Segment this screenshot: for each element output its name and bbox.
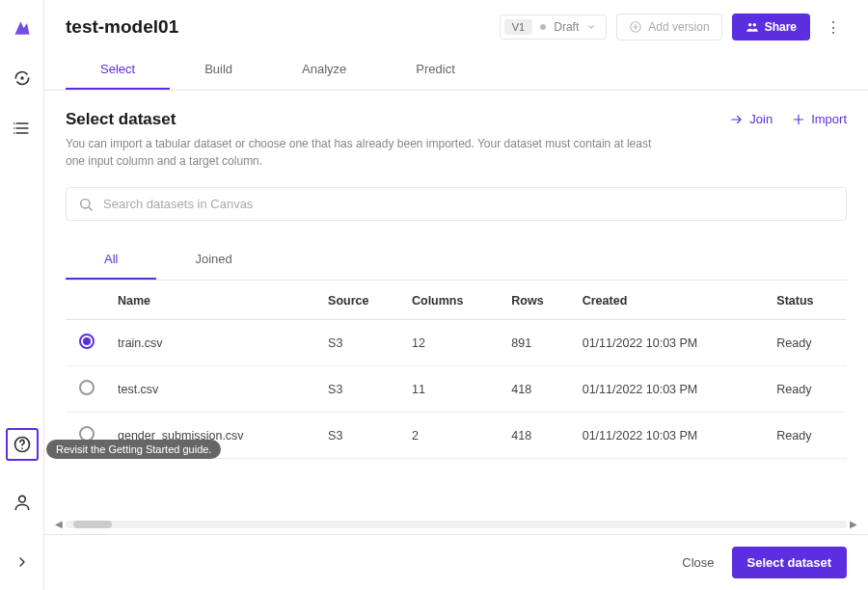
cell-status: Ready — [769, 320, 847, 366]
cell-columns: 11 — [404, 366, 503, 413]
row-radio[interactable] — [79, 334, 95, 349]
row-radio[interactable] — [79, 380, 95, 395]
cell-name: test.csv — [110, 366, 320, 413]
cell-source: S3 — [320, 320, 404, 366]
dataset-filter-tabs: All Joined — [66, 242, 847, 281]
help-icon[interactable] — [6, 428, 39, 461]
filter-tab-joined[interactable]: Joined — [156, 242, 270, 280]
col-name: Name — [110, 281, 320, 320]
search-box[interactable] — [66, 187, 847, 221]
add-version-button[interactable]: Add version — [616, 13, 721, 40]
svg-point-1 — [13, 122, 14, 124]
list-icon[interactable] — [12, 118, 33, 139]
cell-name: train.csv — [110, 320, 320, 366]
svg-point-10 — [81, 199, 90, 207]
svg-point-3 — [13, 132, 14, 134]
left-sidebar: Revisit the Getting Started guide. — [0, 0, 44, 590]
col-rows: Rows — [503, 281, 574, 320]
share-button[interactable]: Share — [732, 13, 810, 40]
table-row[interactable]: test.csv S3 11 418 01/11/2022 10:03 PM R… — [66, 366, 847, 413]
svg-point-9 — [752, 23, 756, 27]
people-icon — [746, 20, 759, 34]
header-bar: test-model01 V1 Draft Add version Share … — [44, 0, 868, 52]
horizontal-scrollbar[interactable]: ◀ ▶ — [66, 521, 847, 528]
status-dot-icon — [540, 24, 546, 30]
refresh-icon[interactable] — [12, 67, 33, 89]
version-badge: V1 — [504, 19, 532, 35]
scroll-left-icon[interactable]: ◀ — [55, 519, 63, 529]
expand-sidebar-icon[interactable] — [12, 551, 33, 573]
join-label: Join — [749, 112, 773, 126]
section-title: Select dataset — [66, 110, 730, 129]
cell-created: 01/11/2022 10:03 PM — [575, 413, 770, 459]
footer-bar: Close Select dataset — [44, 534, 868, 590]
version-state: Draft — [554, 20, 579, 34]
tab-predict[interactable]: Predict — [381, 52, 489, 90]
cell-columns: 2 — [404, 413, 503, 459]
cell-status: Ready — [769, 413, 847, 459]
cell-columns: 12 — [404, 320, 503, 366]
more-menu-button[interactable]: ⋮ — [820, 14, 847, 40]
col-status: Status — [769, 281, 847, 320]
cell-rows: 418 — [503, 413, 574, 459]
plus-circle-icon — [629, 20, 642, 34]
section-description: You can import a tabular dataset or choo… — [66, 135, 664, 170]
tab-build[interactable]: Build — [170, 52, 267, 90]
close-button[interactable]: Close — [682, 555, 714, 570]
svg-point-5 — [21, 447, 23, 449]
join-icon — [730, 113, 744, 126]
filter-tab-all[interactable]: All — [66, 242, 156, 280]
svg-point-2 — [13, 127, 14, 129]
main-area: test-model01 V1 Draft Add version Share … — [44, 0, 868, 590]
select-dataset-button[interactable]: Select dataset — [732, 547, 847, 578]
top-tabs: Select Build Analyze Predict — [44, 52, 868, 91]
svg-point-8 — [748, 23, 752, 27]
section-header: Select dataset You can import a tabular … — [66, 110, 847, 170]
cell-created: 01/11/2022 10:03 PM — [575, 366, 770, 413]
scroll-right-icon[interactable]: ▶ — [850, 519, 857, 529]
add-version-label: Add version — [648, 20, 709, 34]
cell-created: 01/11/2022 10:03 PM — [575, 320, 770, 366]
logo-icon[interactable] — [12, 17, 33, 39]
table-header-row: Name Source Columns Rows Created Status — [66, 281, 847, 320]
user-icon[interactable] — [12, 492, 33, 513]
cell-rows: 418 — [503, 366, 574, 413]
kebab-icon: ⋮ — [826, 19, 841, 36]
scroll-thumb[interactable] — [73, 521, 112, 528]
svg-point-0 — [20, 76, 23, 79]
import-button[interactable]: Import — [792, 112, 847, 126]
share-label: Share — [765, 20, 797, 34]
col-columns: Columns — [404, 281, 503, 320]
search-input[interactable] — [101, 196, 834, 212]
cell-status: Ready — [769, 366, 847, 413]
cell-source: S3 — [320, 366, 404, 413]
plus-icon — [792, 113, 805, 126]
col-source: Source — [320, 281, 404, 320]
page-title: test-model01 — [66, 16, 490, 38]
svg-point-6 — [18, 496, 25, 502]
join-button[interactable]: Join — [730, 112, 773, 126]
col-created: Created — [575, 281, 770, 320]
help-tooltip: Revisit the Getting Started guide. — [46, 440, 221, 459]
tab-select[interactable]: Select — [66, 52, 170, 90]
chevron-down-icon — [586, 22, 596, 32]
cell-rows: 891 — [503, 320, 574, 366]
version-selector[interactable]: V1 Draft — [500, 14, 607, 40]
datasets-table: Name Source Columns Rows Created Status … — [66, 281, 847, 459]
import-label: Import — [811, 112, 847, 126]
search-icon — [78, 197, 94, 212]
cell-source: S3 — [320, 413, 404, 459]
table-row[interactable]: train.csv S3 12 891 01/11/2022 10:03 PM … — [66, 320, 847, 366]
tab-analyze[interactable]: Analyze — [267, 52, 381, 90]
